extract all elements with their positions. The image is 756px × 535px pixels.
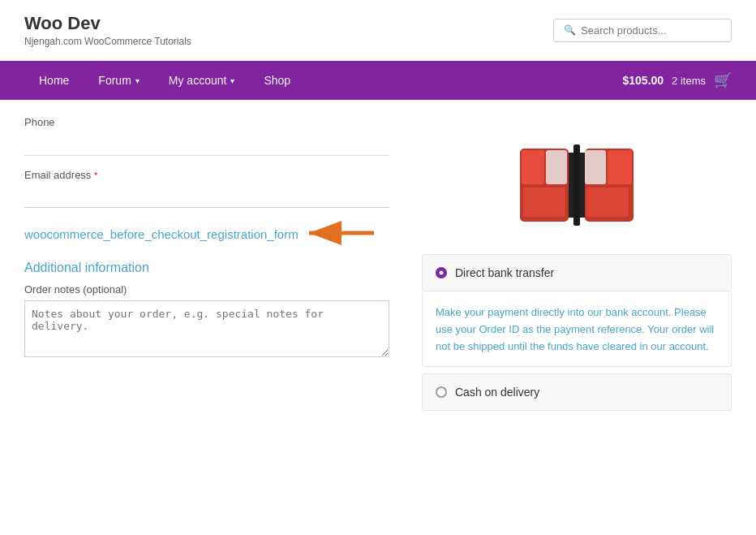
nav-item-forum[interactable]: Forum ▾: [84, 61, 153, 100]
direct-bank-description: Make your payment directly into our bank…: [422, 293, 732, 367]
myaccount-dropdown-icon: ▾: [230, 76, 234, 85]
left-column: Phone Email address * woocommerce_before…: [24, 116, 389, 412]
product-image: [512, 132, 642, 238]
phone-input-placeholder[interactable]: [24, 132, 389, 156]
nav-item-myaccount[interactable]: My account ▾: [154, 61, 250, 100]
nav-shop-label: Shop: [264, 74, 290, 87]
hook-text: woocommerce_before_checkout_registration…: [24, 226, 299, 243]
right-column: Direct bank transfer Make your payment d…: [422, 116, 732, 412]
payment-option-cash[interactable]: Cash on delivery: [422, 373, 732, 411]
direct-bank-label: Direct bank transfer: [455, 266, 554, 279]
site-nav: Home Forum ▾ My account ▾ Shop $105.00 2…: [0, 61, 756, 100]
nav-forum-label: Forum: [98, 74, 131, 87]
svg-rect-14: [573, 145, 580, 226]
search-box[interactable]: 🔍: [553, 19, 732, 42]
svg-rect-10: [608, 150, 632, 184]
search-icon: 🔍: [564, 24, 576, 36]
required-mark: *: [94, 170, 97, 180]
forum-dropdown-icon: ▾: [135, 76, 140, 85]
cart-items-label: 2 items: [672, 75, 706, 87]
svg-rect-3: [522, 150, 544, 184]
orange-arrow-svg: [305, 221, 378, 245]
nav-home-label: Home: [39, 74, 69, 87]
nav-item-shop[interactable]: Shop: [249, 61, 305, 100]
tail-lights-svg: [512, 132, 642, 238]
svg-rect-6: [523, 188, 565, 217]
site-tagline: Njengah.com WooCommerce Tutorials: [24, 36, 191, 47]
order-notes-input[interactable]: [24, 300, 389, 357]
main-content: Phone Email address * woocommerce_before…: [0, 100, 756, 437]
cart-icon: 🛒: [714, 71, 732, 89]
cash-label: Cash on delivery: [455, 386, 539, 399]
order-notes-group: Order notes (optional): [24, 283, 389, 360]
arrow-icon: [305, 221, 378, 248]
nav-left: Home Forum ▾ My account ▾ Shop: [24, 61, 305, 100]
cart-amount: $105.00: [622, 74, 664, 87]
phone-field-group: Phone: [24, 116, 389, 156]
svg-rect-4: [546, 150, 567, 184]
product-image-area: [422, 116, 732, 238]
additional-info-title: Additional information: [24, 261, 389, 275]
site-title: Woo Dev: [24, 13, 191, 34]
order-notes-label: Order notes (optional): [24, 283, 389, 296]
nav-myaccount-label: My account: [169, 74, 227, 87]
payment-option-direct-bank[interactable]: Direct bank transfer: [422, 254, 732, 291]
radio-cash[interactable]: [436, 386, 447, 398]
search-input[interactable]: [581, 24, 721, 37]
phone-label: Phone: [24, 116, 389, 128]
hook-wrapper: woocommerce_before_checkout_registration…: [24, 221, 389, 248]
payment-section: Direct bank transfer Make your payment d…: [422, 254, 732, 411]
email-input[interactable]: [24, 184, 389, 208]
nav-cart[interactable]: $105.00 2 items 🛒: [622, 71, 732, 89]
site-header: Woo Dev Njengah.com WooCommerce Tutorial…: [0, 0, 756, 61]
email-label: Email address *: [24, 169, 389, 181]
radio-direct-bank[interactable]: [436, 267, 447, 278]
site-branding: Woo Dev Njengah.com WooCommerce Tutorial…: [24, 13, 191, 47]
nav-item-home[interactable]: Home: [24, 61, 84, 100]
svg-rect-12: [586, 188, 629, 217]
svg-rect-9: [585, 150, 606, 184]
email-field-group: Email address *: [24, 169, 389, 208]
